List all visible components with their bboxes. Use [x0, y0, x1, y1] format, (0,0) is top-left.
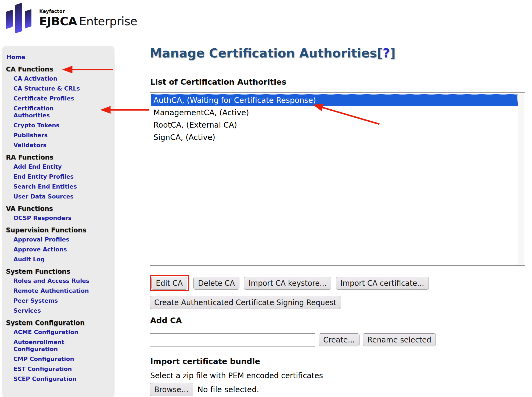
sidebar-item-end-entity-profiles[interactable]: End Entity Profiles [13, 173, 91, 180]
add-ca-row: Create... Rename selected [150, 333, 436, 347]
sidebar-item-approve-actions[interactable]: Approve Actions [13, 246, 91, 253]
sidebar-section-system-functions: System FunctionsRoles and Access RulesRe… [5, 268, 111, 314]
sidebar-item-peer-systems[interactable]: Peer Systems [13, 297, 91, 304]
sidebar-item-est-configuration[interactable]: EST Configuration [13, 366, 91, 373]
sidebar-section-ra-functions: RA FunctionsAdd End EntityEnd Entity Pro… [5, 154, 111, 200]
import-ca-keystore-button[interactable]: Import CA keystore... [244, 277, 331, 290]
import-ca-certificate-button[interactable]: Import CA certificate... [336, 277, 429, 290]
sidebar-section-header-ca-functions: CA Functions [6, 66, 111, 73]
sidebar-item-publishers[interactable]: Publishers [13, 132, 91, 139]
create-button[interactable]: Create... [319, 333, 360, 346]
listbox-scrollbar[interactable] [519, 93, 524, 265]
file-upload-row: Browse… No file selected. [150, 383, 259, 396]
sidebar-item-ca-activation[interactable]: CA Activation [13, 75, 91, 82]
ca-list-option-selected[interactable]: AuthCA, (Waiting for Certificate Respons… [151, 94, 518, 106]
edit-ca-button[interactable]: Edit CA [151, 277, 187, 290]
file-status: No file selected. [197, 385, 259, 394]
sidebar-item-autoenrollment-configuration[interactable]: Autoenrollment Configuration [13, 339, 91, 353]
import-bundle-instruction: Select a zip file with PEM encoded certi… [150, 371, 323, 380]
sidebar-item-add-end-entity[interactable]: Add End Entity [13, 163, 91, 170]
sidebar-item-ocsp-responders[interactable]: OCSP Responders [13, 215, 91, 222]
sidebar-section-va-functions: VA FunctionsOCSP Responders [5, 205, 111, 222]
ca-list-option[interactable]: ManagementCA, (Active) [151, 106, 518, 119]
logo-company-name: Keyfactor [39, 9, 137, 14]
sidebar-item-scep-configuration[interactable]: SCEP Configuration [13, 376, 91, 382]
csr-action-row: Create Authenticated Certificate Signing… [150, 296, 341, 309]
logo-text: Keyfactor EJBCAEnterprise [39, 2, 137, 27]
edit-ca-highlight-annotation: Edit CA [150, 275, 189, 291]
ca-listbox[interactable]: AuthCA, (Waiting for Certificate Respons… [150, 92, 525, 266]
page-title: Manage Certification Authorities[?] [150, 45, 396, 61]
sidebar-item-approval-profiles[interactable]: Approval Profiles [13, 236, 91, 243]
list-heading: List of Certification Authorities [150, 77, 286, 86]
keyfactor-logo-icon [6, 2, 32, 36]
help-link[interactable]: [?] [377, 46, 396, 60]
sidebar-section-supervision-functions: Supervision FunctionsApproval ProfilesAp… [5, 226, 111, 263]
ca-actions-row: Edit CA Delete CA Import CA keystore... … [150, 275, 429, 291]
sidebar-section-header-ra-functions: RA Functions [6, 154, 111, 161]
add-ca-name-input[interactable] [150, 333, 315, 347]
sidebar-item-audit-log[interactable]: Audit Log [13, 256, 91, 263]
sidebar-item-ca-structure-crls[interactable]: CA Structure & CRLs [13, 85, 91, 92]
ca-list-option[interactable]: SignCA, (Active) [151, 131, 518, 143]
sidebar-item-search-end-entities[interactable]: Search End Entities [13, 183, 91, 190]
app-logo[interactable]: Keyfactor EJBCAEnterprise [6, 2, 137, 36]
sidebar-section-system-configuration: System ConfigurationACME ConfigurationAu… [5, 319, 111, 382]
sidebar-item-certification-authorities[interactable]: Certification Authorities [13, 105, 91, 119]
browse-button[interactable]: Browse… [150, 383, 193, 396]
add-ca-heading: Add CA [150, 316, 182, 325]
sidebar: Home CA FunctionsCA ActivationCA Structu… [2, 46, 114, 397]
sidebar-section-header-system-configuration: System Configuration [6, 319, 111, 327]
sidebar-item-cmp-configuration[interactable]: CMP Configuration [13, 356, 91, 363]
sidebar-section-header-system-functions: System Functions [6, 268, 111, 275]
ca-list-option[interactable]: RootCA, (External CA) [151, 119, 518, 131]
sidebar-section-ca-functions: CA FunctionsCA ActivationCA Structure & … [5, 66, 111, 149]
sidebar-section-header-va-functions: VA Functions [6, 205, 111, 212]
sidebar-item-crypto-tokens[interactable]: Crypto Tokens [13, 122, 91, 129]
sidebar-item-services[interactable]: Services [13, 307, 91, 314]
sidebar-item-acme-configuration[interactable]: ACME Configuration [13, 329, 91, 336]
sidebar-item-user-data-sources[interactable]: User Data Sources [13, 193, 91, 200]
page-title-text: Manage Certification Authorities [150, 46, 377, 60]
delete-ca-button[interactable]: Delete CA [193, 277, 239, 290]
sidebar-item-roles-and-access-rules[interactable]: Roles and Access Rules [13, 277, 91, 284]
help-question-mark: ? [383, 46, 390, 60]
sidebar-item-remote-authentication[interactable]: Remote Authentication [13, 287, 91, 294]
sidebar-section-header-supervision-functions: Supervision Functions [6, 226, 111, 234]
rename-selected-button[interactable]: Rename selected [363, 333, 436, 346]
logo-product-name: EJBCAEnterprise [39, 16, 137, 27]
sidebar-item-validators[interactable]: Validators [13, 142, 91, 149]
sidebar-item-home[interactable]: Home [6, 54, 111, 61]
import-bundle-heading: Import certificate bundle [150, 357, 260, 366]
sidebar-item-certificate-profiles[interactable]: Certificate Profiles [13, 95, 91, 102]
create-csr-button[interactable]: Create Authenticated Certificate Signing… [150, 296, 341, 309]
